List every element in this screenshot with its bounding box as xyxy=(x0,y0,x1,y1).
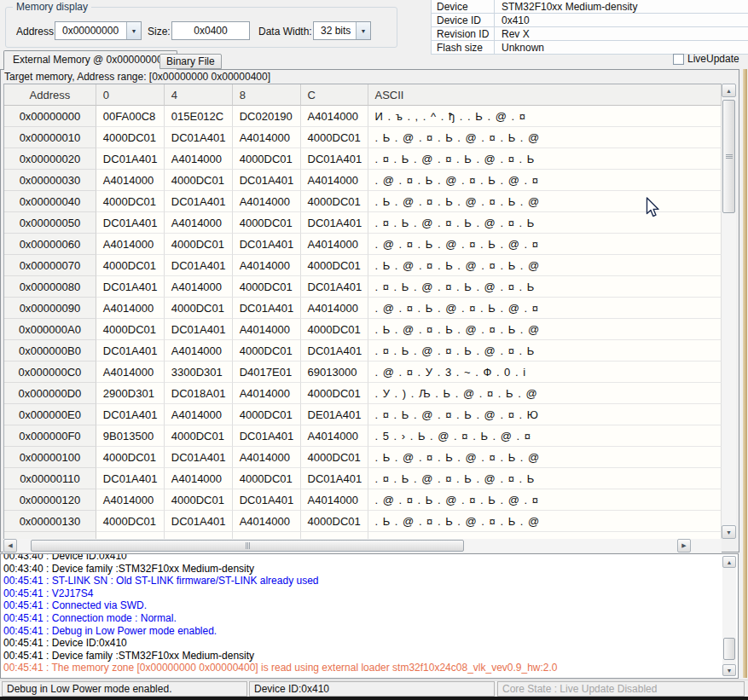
memory-ascii-cell[interactable]: . ¤ . Ь . @ . ¤ . Ь . @ . ¤ . Ь xyxy=(368,212,721,234)
scroll-down-button[interactable]: ▼ xyxy=(722,664,736,676)
memory-word-cell[interactable]: A4014000 xyxy=(301,106,369,127)
memory-word-cell[interactable]: DC01A401 xyxy=(233,425,301,447)
memory-ascii-cell[interactable]: . ¤ . Ь . @ . ¤ . Ь . @ . ¤ . Ь xyxy=(368,148,721,170)
chevron-down-icon[interactable]: ▼ xyxy=(126,22,141,39)
memory-word-cell[interactable]: 4000DC01 xyxy=(301,319,369,340)
memory-ascii-cell[interactable]: . @ . ¤ . У . 3 . ~ . Ф . 0 . i xyxy=(368,362,721,383)
memory-word-cell[interactable]: 4000DC01 xyxy=(96,255,165,276)
memory-address-cell[interactable]: 0x00000100 xyxy=(4,447,96,468)
memory-ascii-cell[interactable]: . @ . ¤ . Ь . @ . ¤ . Ь . @ . ¤ xyxy=(368,298,721,319)
memory-ascii-cell[interactable]: . @ . ¤ . Ь . @ . ¤ . Ь . @ . ¤ xyxy=(368,234,721,255)
memory-word-cell[interactable]: DC01A401 xyxy=(233,170,301,191)
memory-address-cell[interactable]: 0x00000000 xyxy=(4,106,96,127)
memory-word-cell[interactable]: A4014000 xyxy=(233,383,301,404)
memory-word-cell[interactable]: A4014000 xyxy=(301,425,369,447)
tab-binary-file[interactable]: Binary File xyxy=(159,54,222,69)
memory-ascii-cell[interactable]: . @ . ¤ . Ь . @ . ¤ . Ь . @ . ¤ xyxy=(368,170,721,191)
memory-word-cell[interactable]: 4000DC01 xyxy=(233,340,301,362)
memory-word-cell[interactable]: A4014000 xyxy=(96,170,165,191)
memory-word-cell[interactable]: 4000DC01 xyxy=(301,383,369,404)
memory-word-cell[interactable]: A4014000 xyxy=(165,468,233,489)
chevron-down-icon[interactable]: ▼ xyxy=(356,22,370,39)
memory-word-cell[interactable]: DC01A401 xyxy=(233,234,301,255)
memory-word-cell[interactable]: A4014000 xyxy=(96,489,165,511)
memory-ascii-cell[interactable]: . Ь . @ . ¤ . Ь . @ . ¤ . Ь . @ xyxy=(368,255,721,276)
memory-word-cell[interactable]: 4000DC01 xyxy=(96,319,165,340)
memory-word-cell[interactable]: DC01A401 xyxy=(233,489,301,511)
memory-word-cell[interactable]: DC01A401 xyxy=(165,255,233,276)
memory-word-cell[interactable]: A4014000 xyxy=(165,276,233,298)
memory-word-cell[interactable]: 4000DC01 xyxy=(301,447,369,468)
memory-word-cell[interactable]: DC01A401 xyxy=(96,276,165,298)
memory-word-cell[interactable]: 3300D301 xyxy=(165,362,233,383)
hscroll-thumb[interactable] xyxy=(31,540,464,552)
memory-word-cell[interactable]: DC01A401 xyxy=(301,212,369,234)
scroll-up-button[interactable]: ▲ xyxy=(722,84,736,97)
memory-address-cell[interactable]: 0x000000D0 xyxy=(4,383,96,404)
memory-word-cell[interactable]: A4014000 xyxy=(96,234,165,255)
memory-word-cell[interactable]: DC020190 xyxy=(233,106,301,127)
memory-ascii-cell[interactable]: . 5 . › . Ь . @ . ¤ . Ь . @ . ¤ xyxy=(368,425,721,447)
size-input[interactable]: 0x0400 xyxy=(171,21,250,40)
memory-address-cell[interactable]: 0x000000C0 xyxy=(4,362,96,383)
memory-word-cell[interactable]: 4000DC01 xyxy=(165,425,233,447)
memory-word-cell[interactable]: DC01A401 xyxy=(165,319,233,340)
memory-ascii-cell[interactable]: . Ь . @ . ¤ . Ь . @ . ¤ . Ь . @ xyxy=(368,511,721,532)
memory-word-cell[interactable]: A4014000 xyxy=(233,191,301,212)
address-combobox[interactable]: 0x00000000 ▼ xyxy=(55,21,142,40)
memory-address-cell[interactable]: 0x00000060 xyxy=(4,234,96,255)
log-vscrollbar[interactable]: ▲ ▼ xyxy=(722,556,736,676)
memory-word-cell[interactable]: 4000DC01 xyxy=(96,127,165,148)
memory-word-cell[interactable]: 4000DC01 xyxy=(301,127,369,148)
vscroll-thumb[interactable] xyxy=(723,638,735,660)
data-width-combobox[interactable]: 32 bits ▼ xyxy=(313,21,371,40)
memory-ascii-cell[interactable]: . Ь . @ . ¤ . Ь . @ . ¤ . Ь . @ xyxy=(368,127,721,148)
scroll-up-button[interactable]: ▲ xyxy=(722,556,736,568)
memory-word-cell[interactable]: 4000DC01 xyxy=(96,191,165,212)
tab-external-memory[interactable]: External Memory @ 0x00000000 : xyxy=(3,50,177,70)
memory-ascii-cell[interactable]: . ¤ . Ь . @ . ¤ . Ь . @ . ¤ . Ь xyxy=(368,340,721,362)
memory-word-cell[interactable]: A4014000 xyxy=(233,255,301,276)
memory-word-cell[interactable]: DC01A401 xyxy=(96,148,165,170)
memory-word-cell[interactable]: D4017E01 xyxy=(233,362,301,383)
memory-word-cell[interactable]: DC01A401 xyxy=(165,447,233,468)
memory-word-cell[interactable]: 9B013500 xyxy=(96,425,165,447)
memory-address-cell[interactable]: 0x00000040 xyxy=(4,191,96,212)
memory-word-cell[interactable]: 4000DC01 xyxy=(96,511,165,532)
memory-ascii-cell[interactable]: . Ь . @ . ¤ . Ь . @ . ¤ . Ь . @ xyxy=(368,447,721,468)
memory-table-vscrollbar[interactable]: ▲ ▼ xyxy=(722,84,736,539)
memory-ascii-cell[interactable]: . У . ) . Љ . Ь . @ . ¤ . Ь . @ xyxy=(368,383,721,404)
scroll-down-button[interactable]: ▼ xyxy=(722,525,736,539)
memory-ascii-cell[interactable]: . ¤ . Ь . @ . ¤ . Ь . @ . ¤ . Ю xyxy=(368,404,721,425)
memory-address-cell[interactable]: 0x00000020 xyxy=(4,148,96,170)
memory-address-cell[interactable]: 0x000000A0 xyxy=(4,319,96,340)
memory-address-cell[interactable]: 0x000000B0 xyxy=(4,340,96,362)
memory-word-cell[interactable]: A4014000 xyxy=(165,212,233,234)
memory-word-cell[interactable]: A4014000 xyxy=(301,489,369,511)
memory-word-cell[interactable]: 4000DC01 xyxy=(301,255,369,276)
memory-word-cell[interactable]: DC01A401 xyxy=(96,404,165,425)
memory-word-cell[interactable]: 00FA00C8 xyxy=(96,106,165,127)
memory-word-cell[interactable]: A4014000 xyxy=(301,234,369,255)
memory-ascii-cell[interactable]: . @ . ¤ . Ь . @ . ¤ . Ь . @ . ¤ xyxy=(368,489,721,511)
memory-table-hscrollbar[interactable]: ◀ ▶ xyxy=(3,539,722,552)
memory-word-cell[interactable]: A4014000 xyxy=(301,170,369,191)
memory-address-cell[interactable]: 0x00000030 xyxy=(4,170,96,191)
memory-word-cell[interactable]: DC01A401 xyxy=(301,148,369,170)
memory-word-cell[interactable]: 4000DC01 xyxy=(233,148,301,170)
memory-word-cell[interactable]: DC01A401 xyxy=(96,340,165,362)
memory-address-cell[interactable]: 0x000000F0 xyxy=(4,425,96,447)
memory-word-cell[interactable]: A4014000 xyxy=(165,404,233,425)
memory-word-cell[interactable]: DC01A401 xyxy=(165,511,233,532)
memory-address-cell[interactable]: 0x00000110 xyxy=(4,468,96,489)
memory-word-cell[interactable]: A4014000 xyxy=(165,340,233,362)
memory-address-cell[interactable]: 0x00000090 xyxy=(4,298,96,319)
memory-word-cell[interactable]: 2900D301 xyxy=(96,383,165,404)
memory-word-cell[interactable]: 69013000 xyxy=(301,362,369,383)
memory-word-cell[interactable]: 4000DC01 xyxy=(96,447,165,468)
memory-word-cell[interactable]: DC01A401 xyxy=(96,212,165,234)
memory-word-cell[interactable]: 4000DC01 xyxy=(301,191,369,212)
scroll-right-button[interactable]: ▶ xyxy=(677,539,691,552)
memory-address-cell[interactable]: 0x00000080 xyxy=(4,276,96,298)
memory-word-cell[interactable]: DC01A401 xyxy=(301,276,369,298)
